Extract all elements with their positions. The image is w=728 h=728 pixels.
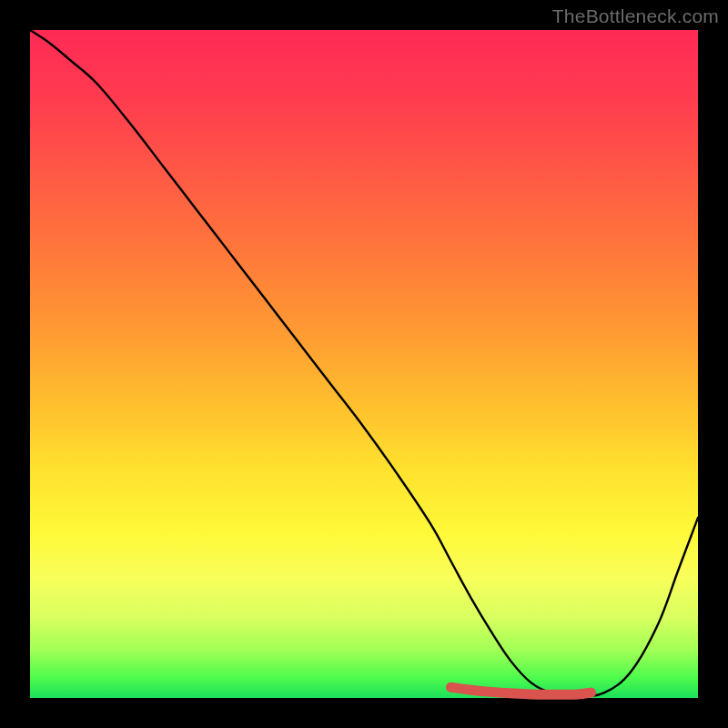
watermark-text: TheBottleneck.com xyxy=(552,5,719,27)
chart-frame: TheBottleneck.com xyxy=(0,0,728,728)
bottleneck-curve xyxy=(30,30,698,696)
chart-svg xyxy=(30,30,698,698)
optimal-band xyxy=(450,687,591,694)
plot-area xyxy=(30,30,698,698)
